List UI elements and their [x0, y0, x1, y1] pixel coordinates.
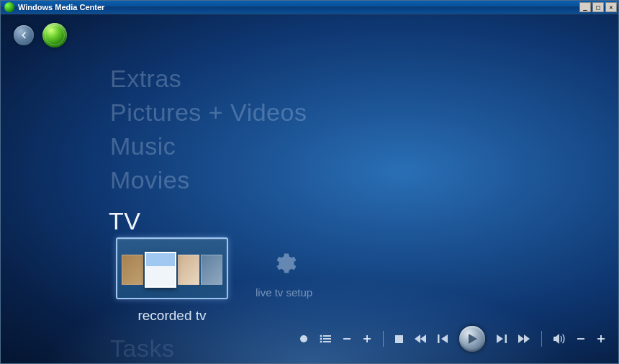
titlebar-app-icon: [4, 2, 14, 12]
svg-point-1: [320, 335, 322, 337]
svg-rect-2: [323, 335, 331, 337]
rewind-icon: [415, 335, 426, 343]
plus-icon: [363, 335, 371, 343]
skip-back-icon: [438, 335, 448, 343]
svg-rect-15: [600, 335, 602, 342]
svg-rect-6: [323, 341, 331, 342]
plus-icon: [597, 335, 605, 343]
skip-forward-button[interactable]: [497, 335, 507, 343]
menu-item-extras[interactable]: Extras: [110, 65, 307, 93]
channel-up-button[interactable]: [363, 335, 371, 343]
tile-recorded-tv[interactable]: recorded tv: [116, 237, 228, 324]
gear-icon: [271, 250, 297, 276]
record-icon: [299, 335, 308, 343]
volume-up-button[interactable]: [597, 335, 605, 343]
channel-guide-icon: [320, 335, 331, 343]
rewind-button[interactable]: [415, 335, 426, 343]
mute-button[interactable]: [554, 334, 565, 344]
transport-controls: [299, 326, 605, 352]
tile-recorded-tv-thumb: [116, 237, 228, 299]
menu-item-pictures-videos[interactable]: Pictures + Videos: [110, 99, 307, 127]
svg-point-3: [320, 338, 322, 340]
fast-forward-icon: [518, 335, 530, 343]
skip-forward-icon: [497, 335, 507, 343]
tv-tiles-row: recorded tv live tv setup: [116, 237, 312, 324]
play-icon: [468, 334, 478, 344]
thumb-4: [201, 255, 222, 285]
play-button[interactable]: [459, 326, 485, 352]
media-center-orb-button[interactable]: [42, 23, 67, 47]
svg-rect-12: [505, 335, 507, 343]
titlebar-title: Windows Media Center: [17, 3, 579, 12]
maximize-button[interactable]: □: [592, 2, 604, 12]
menu-item-tv[interactable]: TV: [109, 207, 307, 235]
channel-guide-button[interactable]: [320, 335, 331, 343]
minus-icon: [343, 335, 351, 343]
app-window: Windows Media Center _ □ ✕ Extras Pictur…: [0, 0, 619, 364]
window-controls: _ □ ✕: [579, 2, 617, 12]
filmstrip: [122, 255, 222, 285]
close-button[interactable]: ✕: [605, 2, 617, 12]
stop-button[interactable]: [395, 335, 403, 343]
channel-down-button[interactable]: [343, 335, 351, 343]
svg-point-5: [320, 341, 322, 343]
tile-recorded-tv-label: recorded tv: [137, 308, 206, 324]
separator: [383, 331, 384, 347]
svg-rect-7: [343, 338, 351, 340]
top-nav: [14, 23, 67, 47]
menu-item-movies[interactable]: Movies: [110, 166, 307, 194]
menu-item-music[interactable]: Music: [110, 132, 307, 160]
thumb-1: [122, 255, 143, 285]
minimize-button[interactable]: _: [579, 2, 591, 12]
tile-live-tv-setup-label: live tv setup: [256, 286, 312, 299]
svg-rect-9: [366, 335, 368, 342]
fast-forward-button[interactable]: [518, 335, 530, 343]
thumb-3: [178, 255, 199, 285]
content-area: Extras Pictures + Videos Music Movies TV…: [1, 14, 618, 363]
thumb-2: [145, 252, 176, 288]
stop-icon: [395, 335, 403, 343]
record-button[interactable]: [299, 335, 308, 343]
svg-rect-10: [395, 335, 403, 343]
back-button[interactable]: [14, 25, 34, 45]
svg-rect-13: [577, 338, 584, 340]
tile-live-tv-setup[interactable]: live tv setup: [256, 250, 312, 299]
svg-point-0: [300, 335, 307, 342]
skip-back-button[interactable]: [438, 335, 448, 343]
titlebar[interactable]: Windows Media Center _ □ ✕: [1, 1, 618, 14]
volume-down-button[interactable]: [577, 335, 585, 343]
back-arrow-icon: [19, 30, 29, 40]
menu-item-tasks[interactable]: Tasks: [110, 335, 307, 363]
svg-rect-4: [323, 338, 331, 340]
separator: [541, 331, 542, 347]
minus-icon: [577, 335, 585, 343]
speaker-icon: [554, 334, 565, 344]
svg-rect-11: [438, 335, 440, 343]
